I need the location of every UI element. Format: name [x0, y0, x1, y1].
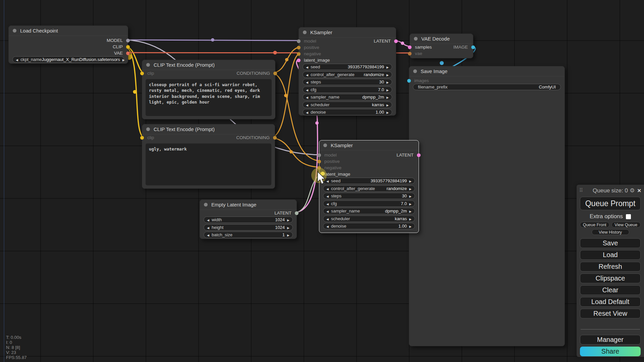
queue-front-button[interactable]: Queue Front: [580, 222, 609, 228]
wire-dragged-latent-link[interactable]: [295, 175, 319, 213]
increment-arrow-icon[interactable]: [287, 225, 289, 230]
output-port-latent[interactable]: [394, 39, 398, 43]
clipspace-button[interactable]: Clipspace: [580, 274, 641, 283]
output-port-model[interactable]: [126, 39, 130, 42]
input-port-model[interactable]: [317, 153, 321, 157]
node-save-image[interactable]: Save Image images filename_prefix ComfyU…: [409, 66, 565, 346]
input-port-samples[interactable]: [408, 45, 412, 49]
collapse-dot-icon[interactable]: [413, 69, 417, 73]
collapse-dot-icon[interactable]: [323, 143, 327, 147]
reset-view-button[interactable]: Reset View: [580, 309, 641, 318]
node-vae-decode[interactable]: VAE Decode samples IMAGE vae: [410, 34, 473, 58]
manager-button[interactable]: Manager: [580, 335, 641, 345]
node-header[interactable]: VAE Decode: [410, 34, 473, 44]
collapse-dot-icon[interactable]: [204, 203, 208, 206]
collapse-dot-icon[interactable]: [146, 127, 150, 131]
widget-cfg[interactable]: cfg7.0: [303, 86, 392, 93]
decrement-arrow-icon[interactable]: [306, 79, 308, 84]
decrement-arrow-icon[interactable]: [326, 186, 329, 191]
input-port-latent-image[interactable]: [297, 58, 301, 62]
output-port-latent[interactable]: [417, 153, 421, 157]
node-ksampler-2-selected[interactable]: KSampler model LATENT positive negative …: [319, 140, 419, 233]
widget-denoise[interactable]: denoise1.00: [323, 223, 415, 229]
graph-canvas[interactable]: Load Checkpoint MODEL CLIP VAE ckpt_name…: [0, 0, 644, 362]
increment-arrow-icon[interactable]: [287, 217, 289, 222]
node-ksampler-1[interactable]: KSampler model LATENT positive negative …: [299, 27, 396, 116]
node-header[interactable]: CLIP Text Encode (Prompt): [142, 60, 275, 70]
output-port-image[interactable]: [471, 45, 475, 49]
widget-steps[interactable]: steps30: [303, 79, 392, 85]
collapse-dot-icon[interactable]: [414, 37, 418, 41]
save-button[interactable]: Save: [580, 238, 641, 248]
input-port-images[interactable]: [407, 79, 411, 82]
increment-arrow-icon[interactable]: [287, 232, 289, 237]
increment-arrow-icon[interactable]: [386, 72, 389, 77]
increment-arrow-icon[interactable]: [409, 216, 412, 221]
node-header[interactable]: Load Checkpoint: [9, 26, 128, 36]
decrement-arrow-icon[interactable]: [16, 57, 18, 62]
increment-arrow-icon[interactable]: [122, 57, 125, 62]
decrement-arrow-icon[interactable]: [326, 208, 329, 214]
node-header[interactable]: KSampler: [319, 140, 419, 150]
view-history-button[interactable]: View History: [592, 229, 629, 235]
close-icon[interactable]: [637, 187, 641, 194]
increment-arrow-icon[interactable]: [409, 186, 412, 191]
load-button[interactable]: Load: [580, 250, 641, 260]
increment-arrow-icon[interactable]: [409, 178, 412, 183]
widget-seed[interactable]: seed393357792884199: [323, 178, 415, 184]
widget-control-after-generate[interactable]: control_after_generaterandomize: [323, 185, 415, 192]
output-port-clip[interactable]: [126, 45, 130, 49]
clear-button[interactable]: Clear: [580, 285, 641, 295]
increment-arrow-icon[interactable]: [386, 95, 389, 100]
decrement-arrow-icon[interactable]: [306, 110, 308, 115]
decrement-arrow-icon[interactable]: [207, 217, 209, 222]
widget-batch-size[interactable]: batch_size1: [204, 232, 293, 238]
collapse-dot-icon[interactable]: [146, 63, 150, 67]
decrement-arrow-icon[interactable]: [207, 232, 209, 237]
widget-height[interactable]: height1024: [204, 224, 293, 231]
drag-handle-icon[interactable]: [579, 187, 583, 193]
widget-sampler-name[interactable]: sampler_namedpmpp_2m: [303, 94, 392, 100]
increment-arrow-icon[interactable]: [409, 208, 412, 214]
widget-width[interactable]: width1024: [204, 217, 293, 223]
output-port-conditioning[interactable]: [273, 136, 277, 139]
node-header[interactable]: Save Image: [409, 66, 565, 76]
decrement-arrow-icon[interactable]: [306, 87, 308, 92]
input-port-clip[interactable]: [140, 71, 144, 75]
widget-steps[interactable]: steps30: [323, 193, 415, 199]
refresh-button[interactable]: Refresh: [580, 262, 641, 272]
increment-arrow-icon[interactable]: [386, 87, 389, 92]
input-port-latent-image-highlighted[interactable]: [317, 172, 321, 176]
decrement-arrow-icon[interactable]: [326, 178, 329, 183]
widget-control-after-generate[interactable]: control_after_generaterandomize: [303, 71, 392, 78]
increment-arrow-icon[interactable]: [386, 102, 389, 107]
extra-options-checkbox[interactable]: [626, 214, 631, 219]
input-port-clip[interactable]: [140, 136, 144, 139]
increment-arrow-icon[interactable]: [386, 110, 389, 115]
output-port-vae[interactable]: [126, 51, 130, 55]
decrement-arrow-icon[interactable]: [326, 201, 329, 206]
increment-arrow-icon[interactable]: [409, 224, 412, 229]
widget-cfg[interactable]: cfg7.0: [323, 200, 415, 207]
input-port-positive[interactable]: [297, 46, 301, 49]
output-port-latent[interactable]: [295, 211, 299, 215]
decrement-arrow-icon[interactable]: [326, 193, 329, 198]
collapse-dot-icon[interactable]: [13, 29, 16, 33]
widget-scheduler[interactable]: schedulerkarras: [303, 102, 392, 108]
widget-denoise[interactable]: denoise1.00: [303, 109, 392, 115]
node-clip-text-encode-positive[interactable]: CLIP Text Encode (Prompt) clip CONDITION…: [142, 60, 275, 119]
decrement-arrow-icon[interactable]: [306, 95, 308, 100]
widget-sampler-name[interactable]: sampler_namedpmpp_2m: [323, 208, 415, 214]
widget-seed[interactable]: seed393357792884199: [303, 64, 392, 70]
node-header[interactable]: CLIP Text Encode (Prompt): [142, 124, 275, 134]
decrement-arrow-icon[interactable]: [207, 225, 209, 230]
decrement-arrow-icon[interactable]: [326, 216, 329, 221]
increment-arrow-icon[interactable]: [409, 193, 412, 198]
input-port-negative[interactable]: [317, 166, 321, 170]
increment-arrow-icon[interactable]: [409, 201, 412, 206]
view-queue-button[interactable]: View Queue: [611, 222, 641, 228]
widget-filename-prefix[interactable]: filename_prefix ComfyUI: [413, 84, 561, 90]
input-port-vae[interactable]: [408, 52, 412, 55]
widget-scheduler[interactable]: schedulerkarras: [323, 216, 415, 222]
queue-prompt-button[interactable]: Queue Prompt: [580, 197, 641, 210]
